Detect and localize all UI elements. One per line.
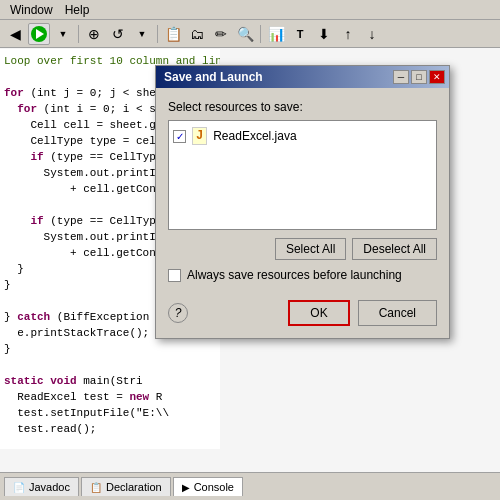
help-icon[interactable]: ? — [168, 303, 188, 323]
dialog-title: Save and Launch — [164, 70, 263, 84]
dialog-action-buttons: OK Cancel — [288, 300, 437, 326]
dialog-minimize-btn[interactable]: ─ — [393, 70, 409, 84]
always-save-checkbox[interactable] — [168, 269, 181, 282]
dialog-body: Select resources to save: ✓ J ReadExcel.… — [156, 88, 449, 338]
file-name-readexcel: ReadExcel.java — [213, 129, 296, 143]
file-checkbox-readexcel[interactable]: ✓ — [173, 130, 186, 143]
file-list-box[interactable]: ✓ J ReadExcel.java — [168, 120, 437, 230]
always-save-label: Always save resources before launching — [187, 268, 402, 282]
dialog-close-btn[interactable]: ✕ — [429, 70, 445, 84]
dialog-overlay: Save and Launch ─ □ ✕ Select resources t… — [0, 0, 500, 500]
ok-button[interactable]: OK — [288, 300, 349, 326]
dialog-resources-label: Select resources to save: — [168, 100, 437, 114]
dialog-maximize-btn[interactable]: □ — [411, 70, 427, 84]
dialog-window-controls: ─ □ ✕ — [393, 70, 445, 84]
java-file-icon: J — [192, 127, 207, 145]
select-all-button[interactable]: Select All — [275, 238, 346, 260]
dialog-bottom-bar: ? OK Cancel — [168, 296, 437, 326]
deselect-all-button[interactable]: Deselect All — [352, 238, 437, 260]
cancel-button[interactable]: Cancel — [358, 300, 437, 326]
select-deselect-row: Select All Deselect All — [168, 238, 437, 260]
save-launch-dialog: Save and Launch ─ □ ✕ Select resources t… — [155, 65, 450, 339]
dialog-titlebar: Save and Launch ─ □ ✕ — [156, 66, 449, 88]
file-item-readexcel[interactable]: ✓ J ReadExcel.java — [173, 125, 432, 147]
always-save-row[interactable]: Always save resources before launching — [168, 268, 437, 282]
